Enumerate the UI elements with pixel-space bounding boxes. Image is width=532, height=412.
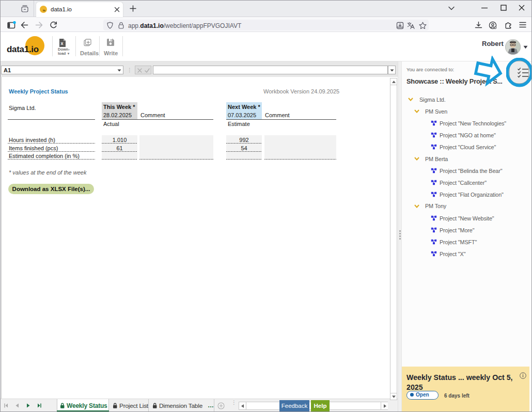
svg-text:x: x: [60, 41, 63, 46]
